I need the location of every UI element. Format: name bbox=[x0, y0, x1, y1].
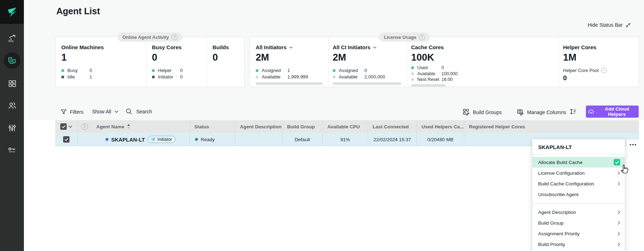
legend-value: 1,999,999 bbox=[287, 74, 308, 80]
chevron-down-icon bbox=[373, 46, 377, 48]
hide-status-bar-button[interactable]: Hide Status Bar bbox=[588, 22, 631, 28]
column-header-last-connected[interactable]: Last Connected bbox=[368, 120, 416, 133]
license-panel-title: License Usage ? bbox=[379, 32, 430, 42]
legend-name: Assigned bbox=[262, 68, 287, 73]
agent-context-menu: SKAPLAN-LT Allocate Build Cache License … bbox=[532, 139, 625, 251]
legend-value: 100,000 bbox=[441, 71, 458, 76]
allocate-build-cache-checkbox[interactable] bbox=[614, 159, 620, 165]
divider bbox=[408, 37, 408, 87]
search-icon bbox=[126, 108, 132, 115]
manage-columns-label: Manage Columns bbox=[527, 109, 566, 115]
search-button[interactable]: Search bbox=[126, 108, 152, 115]
alerts-column-header[interactable]: ! bbox=[77, 120, 92, 133]
stat-value: 2M bbox=[256, 52, 324, 63]
activity-panel-title-label: Online Agent Activity bbox=[122, 35, 169, 40]
column-header-status[interactable]: Status bbox=[189, 120, 235, 133]
sidebar-item-license[interactable] bbox=[0, 145, 24, 155]
chevron-right-icon bbox=[618, 221, 620, 225]
available-dot bbox=[333, 76, 336, 78]
menu-item-allocate-build-cache[interactable]: Allocate Build Cache bbox=[532, 157, 625, 168]
add-cloud-helpers-button[interactable]: Add Cloud Helpers bbox=[586, 106, 639, 118]
select-all-checkbox[interactable] bbox=[60, 123, 67, 130]
column-label: Last Connected bbox=[373, 124, 409, 129]
row-agent-name-cell: SKAPLAN-LT Initiator bbox=[92, 133, 189, 146]
show-all-dropdown[interactable]: Show All bbox=[92, 109, 118, 114]
row-description-cell bbox=[235, 133, 282, 146]
usage-progress-bar bbox=[411, 84, 445, 87]
filters-button[interactable]: Filters bbox=[61, 109, 83, 115]
stat-label: Online Machines bbox=[61, 44, 142, 50]
ready-status-dot bbox=[195, 138, 198, 141]
legend-value: 1 bbox=[287, 68, 290, 73]
initiator-dot bbox=[152, 76, 155, 78]
stat-legend: Assigned0 Available2,000,000 bbox=[333, 68, 403, 80]
legend-value: 0 bbox=[364, 68, 367, 73]
legend-name: Busy bbox=[67, 68, 90, 73]
column-header-available-cpu[interactable]: Available CPU bbox=[322, 120, 368, 133]
sidebar-item-settings[interactable] bbox=[0, 123, 24, 133]
divider bbox=[328, 37, 329, 87]
sort-button[interactable] bbox=[569, 108, 577, 115]
all-ci-initiators-dropdown[interactable]: All CI Initiators bbox=[333, 44, 403, 50]
all-initiators-dropdown[interactable]: All Initiators bbox=[256, 44, 324, 50]
stat-legend: Assigned1 Available1,999,999 bbox=[256, 68, 324, 80]
build-groups-button[interactable]: Build Groups bbox=[463, 109, 502, 116]
help-icon[interactable]: ? bbox=[172, 34, 178, 40]
page-title: Agent List bbox=[56, 6, 100, 16]
menu-item-build-cache-configuration[interactable]: Build Cache Configuration bbox=[532, 178, 625, 189]
column-header-agent-description[interactable]: Agent Description bbox=[235, 120, 282, 133]
sidebar-item-users[interactable] bbox=[0, 101, 24, 110]
chevron-right-icon bbox=[618, 232, 620, 236]
stat-value: 1M bbox=[563, 52, 634, 63]
legend-name: Helper bbox=[158, 68, 180, 73]
help-icon[interactable]: ? bbox=[419, 34, 425, 40]
build-groups-edit-icon bbox=[463, 109, 470, 116]
chevron-right-icon bbox=[618, 242, 620, 246]
helper-cores-stat: Helper Cores 1M Helper Core Pool i 0 bbox=[563, 44, 634, 82]
divider bbox=[559, 37, 559, 87]
row-available-cpu-cell: 91% bbox=[322, 133, 368, 146]
menu-item-license-configuration[interactable]: License Configuration bbox=[532, 168, 625, 178]
menu-item-build-group[interactable]: Build Group bbox=[532, 217, 625, 228]
divider bbox=[147, 37, 147, 87]
menu-item-assignment-priority[interactable]: Assignment Priority bbox=[532, 228, 625, 239]
legend-name: Idle bbox=[67, 74, 90, 80]
column-header-build-group[interactable]: Build Group bbox=[282, 120, 322, 133]
stat-label: Cache Cores bbox=[411, 44, 482, 50]
agents-icon bbox=[7, 56, 17, 65]
app-logo[interactable] bbox=[0, 0, 24, 24]
row-status-cell: Ready bbox=[189, 133, 235, 146]
info-icon[interactable]: i bbox=[601, 67, 607, 73]
used-helpers-value: 0/20480 MB bbox=[428, 137, 454, 142]
online-agent-activity-panel: Online Agent Activity ? Online Machines … bbox=[55, 37, 245, 87]
legend-value: 2,000,000 bbox=[364, 74, 385, 80]
selection-menu-chevron-icon[interactable] bbox=[68, 125, 72, 128]
manage-columns-button[interactable]: Manage Columns bbox=[517, 109, 566, 116]
online-status-dot bbox=[106, 138, 108, 141]
stat-label: Helper Cores bbox=[563, 44, 634, 50]
assigned-dot bbox=[256, 69, 259, 72]
menu-divider bbox=[532, 203, 625, 204]
busy-dot bbox=[61, 69, 64, 72]
legend-name: Available bbox=[417, 71, 441, 76]
sidebar-item-agents[interactable] bbox=[0, 52, 24, 69]
menu-item-agent-description[interactable]: Agent Description bbox=[532, 207, 625, 217]
column-header-agent-name[interactable]: Agent Name bbox=[92, 120, 189, 133]
column-header-used-helpers[interactable]: Used Helpers Ca... bbox=[416, 120, 464, 133]
row-checkbox[interactable] bbox=[63, 136, 70, 143]
stat-value: 1 bbox=[61, 52, 142, 63]
menu-item-label: License Configuration bbox=[538, 170, 585, 176]
sidebar-item-build-groups[interactable] bbox=[0, 79, 24, 88]
available-dot bbox=[411, 72, 414, 75]
column-header-registered-helper-cores[interactable]: Registered Helper Cores bbox=[464, 120, 639, 133]
sidebar-item-insights[interactable] bbox=[0, 34, 24, 43]
stat-value: 100K bbox=[411, 52, 482, 63]
menu-item-build-priority[interactable]: Build Priority bbox=[532, 239, 625, 250]
cache-cores-stat: Cache Cores 100K Used0 Available100,000 … bbox=[411, 44, 482, 87]
context-menu-list: Allocate Build Cache License Configurati… bbox=[532, 155, 625, 250]
insights-chart-icon bbox=[7, 34, 17, 43]
stat-value: 2M bbox=[333, 52, 403, 63]
row-actions-button[interactable] bbox=[627, 140, 639, 150]
menu-item-unsubscribe-agent[interactable]: Unsubscribe Agent bbox=[532, 189, 625, 200]
column-label: Build Group bbox=[287, 124, 315, 129]
